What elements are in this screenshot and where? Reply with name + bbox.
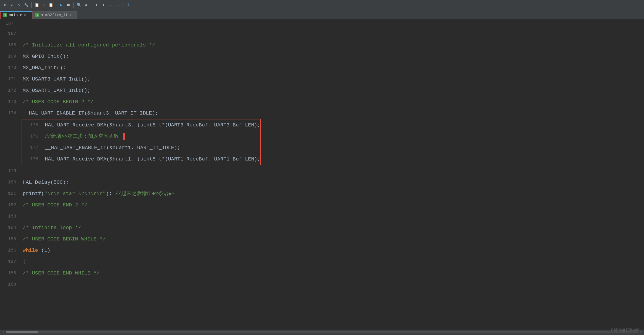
line-167: 167	[0, 28, 266, 39]
line-184: 184 /* Infinite loop */	[0, 222, 266, 233]
toolbar-icon-7[interactable]: 📋	[48, 2, 54, 8]
line-169: 169 MX_GPIO_Init();	[0, 51, 266, 62]
scrollbar-track[interactable]	[6, 331, 638, 333]
tab-file-icon: C	[3, 13, 7, 17]
line-168: 168 /* Initialize all configured periphe…	[0, 39, 266, 51]
toolbar-icon-right[interactable]: →	[114, 2, 120, 8]
toolbar: ⚙ ↩ ▷ 🔧 📋 ✂ 📋 ▶ ⏹ 🔍 ⇄ ⬆ ⬇ ← → ℹ	[0, 0, 644, 10]
line-187: 187 {	[0, 256, 266, 267]
line-182: 182 /* USER CODE END 2 */	[0, 199, 266, 211]
toolbar-icon-2[interactable]: ↩	[9, 2, 15, 8]
horizontal-scrollbar[interactable]: ‹ ›	[0, 330, 644, 335]
toolbar-icon-replace[interactable]: ⇄	[83, 2, 89, 8]
line-176: 176 //新增>>第二步：加入空闲函数	[22, 131, 260, 142]
current-line-number: 167	[5, 21, 14, 26]
line-175: 175 HAL_UART_Receive_DMA(&huart3, (uint8…	[22, 119, 260, 131]
toolbar-icon-build[interactable]: ▶	[58, 2, 64, 8]
toolbar-icon-4[interactable]: 🔧	[23, 2, 29, 8]
line-185: 185 /* USER CODE BEGIN WHILE */	[0, 233, 266, 245]
line-174: 174 __HAL_UART_ENABLE_IT(&huart3, UART_I…	[0, 108, 266, 119]
tab-main-c[interactable]: C main.c ✕	[0, 11, 32, 19]
tab-stm32-label: stm32f1xx_it.c	[41, 13, 73, 17]
toolbar-icon-info[interactable]: ℹ	[125, 2, 131, 8]
tab-stm32-it[interactable]: C stm32f1xx_it.c	[32, 11, 77, 19]
toolbar-icon-stop[interactable]: ⏹	[65, 2, 71, 8]
toolbar-icon-1[interactable]: ⚙	[2, 2, 8, 8]
line-183: 183	[0, 211, 266, 222]
tab-stm32-icon: C	[35, 13, 39, 17]
toolbar-icons: ⚙ ↩ ▷ 🔧 📋 ✂ 📋 ▶ ⏹ 🔍 ⇄ ⬆ ⬇ ← → ℹ	[2, 2, 131, 8]
toolbar-icon-up[interactable]: ⬆	[93, 2, 99, 8]
scroll-right-btn[interactable]: ›	[640, 330, 642, 334]
toolbar-icon-5[interactable]: 📋	[34, 2, 40, 8]
line-173: 173 /* USER CODE BEGIN 2 */	[0, 96, 266, 108]
line-178: 178 HAL_UART_Receive_DMA(&huart1, (uint8…	[22, 153, 260, 165]
line-180: 180 HAL_Delay(500);	[0, 177, 266, 188]
toolbar-icon-3[interactable]: ▷	[16, 2, 22, 8]
scrollbar-thumb[interactable]	[6, 331, 38, 333]
line-186: 186 while (1)	[0, 245, 266, 256]
tab-main-c-close[interactable]: ✕	[24, 13, 26, 17]
line-172: 172 MX_USART1_UART_Init();	[0, 85, 266, 96]
tab-bar: C main.c ✕ C stm32f1xx_it.c	[0, 10, 644, 19]
line-177: 177 __HAL_UART_ENABLE_IT(&huart1, UART_I…	[22, 142, 260, 153]
code-editor[interactable]: 167 168 /* Initialize all configured per…	[0, 28, 266, 330]
line-170: 170 MX_DMA_Init();	[0, 62, 266, 73]
toolbar-icon-left[interactable]: ←	[107, 2, 113, 8]
toolbar-icon-down[interactable]: ⬇	[100, 2, 106, 8]
tab-main-c-label: main.c	[9, 13, 22, 17]
line-188: 188 /* USER CODE END WHILE */	[0, 267, 266, 279]
line-181: 181 printf("\r\n star \r\n\r\n"); //起来之后…	[0, 188, 266, 199]
line-189: 189	[0, 279, 266, 290]
highlight-box: 175 HAL_UART_Receive_DMA(&huart3, (uint8…	[22, 119, 261, 165]
scroll-left-btn[interactable]: ‹	[2, 330, 4, 334]
toolbar-icon-6[interactable]: ✂	[41, 2, 47, 8]
watermark: CSDN @好奇龙瑜	[611, 327, 640, 332]
line-171: 171 MX_USART3_UART_Init();	[0, 73, 266, 85]
editor-body: 167 168 /* Initialize all configured per…	[0, 28, 644, 330]
toolbar-icon-search[interactable]: 🔍	[76, 2, 82, 8]
line-179: 179	[0, 165, 266, 177]
line-number-header: 167	[0, 19, 644, 28]
